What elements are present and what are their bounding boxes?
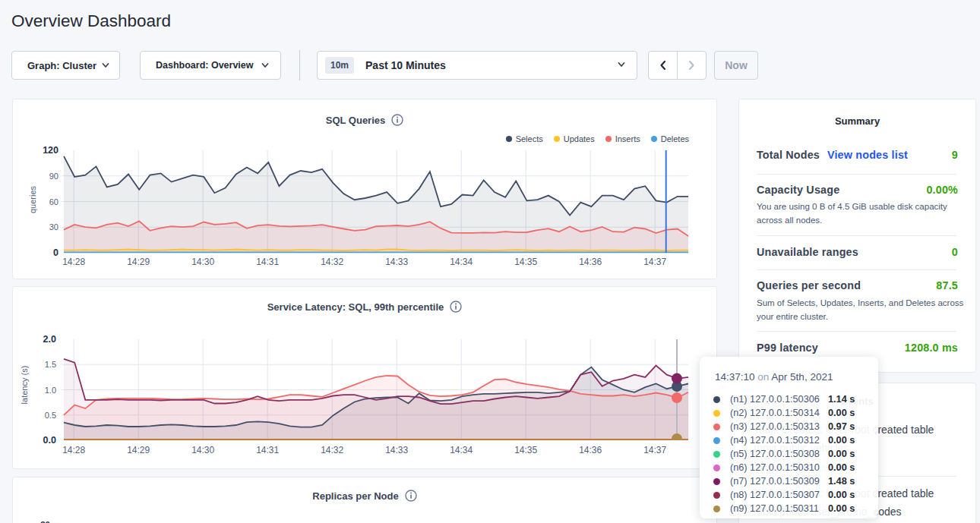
svg-text:14:34: 14:34: [450, 445, 473, 455]
svg-text:14:34: 14:34: [450, 257, 473, 267]
svg-text:14:35: 14:35: [514, 257, 537, 267]
svg-text:0: 0: [53, 247, 58, 258]
svg-text:queries: queries: [28, 185, 37, 213]
svg-text:2.0: 2.0: [43, 334, 56, 345]
svg-text:1.0: 1.0: [45, 386, 56, 395]
svg-text:14:29: 14:29: [127, 257, 150, 267]
svg-text:14:31: 14:31: [256, 445, 279, 455]
svg-text:120: 120: [43, 145, 58, 156]
svg-text:14:30: 14:30: [191, 257, 214, 267]
svg-text:14:37: 14:37: [643, 257, 666, 267]
svg-text:14:37: 14:37: [643, 445, 666, 455]
svg-text:0.5: 0.5: [45, 411, 56, 420]
svg-text:30: 30: [49, 222, 58, 232]
svg-text:14:30: 14:30: [191, 445, 214, 455]
svg-text:14:36: 14:36: [579, 445, 602, 455]
svg-text:14:36: 14:36: [579, 257, 602, 267]
svg-text:14:33: 14:33: [385, 445, 408, 455]
svg-text:14:35: 14:35: [514, 445, 537, 455]
svg-text:14:28: 14:28: [62, 445, 85, 455]
svg-text:14:31: 14:31: [256, 257, 279, 267]
svg-text:14:29: 14:29: [127, 445, 150, 455]
svg-text:latency (s): latency (s): [20, 366, 29, 405]
svg-text:1.5: 1.5: [45, 360, 56, 369]
svg-text:14:32: 14:32: [321, 445, 343, 455]
svg-text:90: 90: [49, 172, 58, 181]
svg-text:14:28: 14:28: [62, 257, 85, 267]
svg-text:0.0: 0.0: [43, 435, 56, 446]
svg-text:60: 60: [49, 197, 58, 206]
svg-text:14:32: 14:32: [321, 257, 343, 267]
svg-text:14:33: 14:33: [385, 257, 408, 267]
